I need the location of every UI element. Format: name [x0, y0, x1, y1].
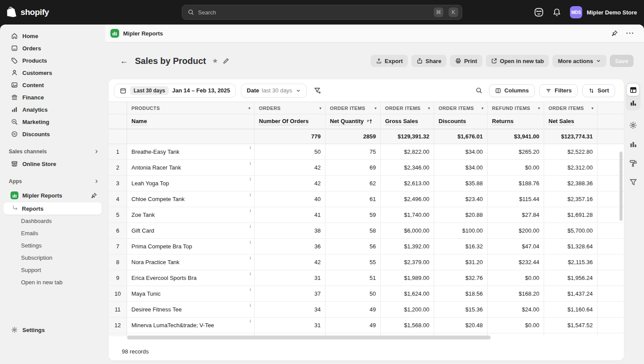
open-in-new-tab-button[interactable]: Open in new tab [486, 55, 549, 67]
info-icon[interactable]: i [250, 240, 251, 244]
vertical-scrollbar[interactable] [619, 152, 623, 221]
group-products[interactable]: PRODUCTS▾ [127, 102, 255, 114]
horizontal-scrollbar[interactable] [127, 336, 491, 339]
sidebar-item-orders[interactable]: Orders [4, 42, 102, 54]
add-filter-icon[interactable] [312, 85, 323, 96]
sidebar-item-home[interactable]: Home [4, 30, 102, 42]
filters-button[interactable]: Filters [539, 84, 578, 97]
table-view-icon[interactable] [627, 84, 639, 96]
product-name-cell[interactable]: Breathe-Easy Tanki [127, 144, 255, 159]
info-icon[interactable]: i [250, 255, 251, 260]
header-name[interactable]: Name [127, 114, 255, 129]
apps-section[interactable]: Apps [9, 176, 99, 187]
sidebar-subitem-settings[interactable]: Settings [4, 239, 102, 251]
product-name-cell[interactable]: Chloe Compete Tanki [127, 191, 255, 207]
edit-pencil-icon[interactable] [223, 57, 230, 64]
paint-roller-icon[interactable] [629, 159, 637, 167]
group-order-items-3[interactable]: ORDER ITEMS▾ [434, 102, 488, 114]
shopify-logo[interactable]: shopify [7, 7, 49, 18]
group-refund-items[interactable]: REFUND ITEMS▾ [488, 102, 544, 114]
header-returns[interactable]: Returns [488, 114, 544, 129]
group-order-items-2[interactable]: ORDER ITEMS▾ [381, 102, 434, 114]
group-order-items-1[interactable]: ORDER ITEMS▾ [326, 102, 381, 114]
date-dimension-dropdown[interactable]: Date last 30 days [241, 84, 307, 98]
header-net-quantity[interactable]: Net Quantity [326, 114, 381, 129]
product-name-cell[interactable]: Prima Compete Bra Topi [127, 239, 255, 254]
table-search-icon[interactable] [474, 85, 485, 96]
favorite-star-icon[interactable]: ★ [212, 57, 218, 65]
info-icon[interactable]: i [250, 224, 251, 229]
notifications-bell-icon[interactable] [552, 8, 561, 17]
sort-indicator-icon[interactable] [366, 118, 373, 125]
info-icon[interactable]: i [250, 318, 251, 323]
info-icon[interactable]: i [250, 303, 251, 307]
product-name-cell[interactable]: Antonia Racer Tanki [127, 160, 255, 175]
columns-button[interactable]: Columns [489, 84, 535, 97]
product-name-cell[interactable]: Maya Tunici [127, 286, 255, 301]
sidebar-subitem-support[interactable]: Support [4, 264, 102, 276]
save-button[interactable]: Save [610, 55, 633, 67]
product-name-cell[interactable]: Desiree Fitness Teei [127, 302, 255, 317]
info-icon[interactable]: i [250, 208, 251, 213]
pin-icon[interactable] [91, 192, 97, 199]
search-input[interactable]: Search ⌘ K [182, 5, 462, 20]
chart-settings-icon[interactable] [629, 140, 637, 148]
info-icon[interactable]: i [250, 271, 251, 276]
sidebar-item-online-store[interactable]: Online Store [4, 158, 102, 170]
pin-icon[interactable] [611, 30, 618, 37]
sidebar-item-customers[interactable]: Customers [4, 67, 102, 79]
filter-funnel-icon[interactable] [629, 178, 637, 186]
product-name-cell[interactable]: Erica Evercool Sports Brai [127, 270, 255, 286]
print-label: Print [464, 58, 477, 64]
info-icon[interactable]: i [250, 287, 251, 292]
sidebar-subitem-open-in-new-tab[interactable]: Open in new tab [4, 276, 102, 288]
header-number-of-orders[interactable]: Number Of Orders [255, 114, 326, 129]
back-arrow-icon[interactable]: ← [117, 55, 131, 67]
store-name: Mipler Demo Store [587, 9, 637, 16]
header-discounts[interactable]: Discounts [434, 114, 488, 129]
store-menu[interactable]: MDS Mipler Demo Store [570, 6, 637, 18]
sidebar-item-settings[interactable]: Settings [4, 324, 102, 336]
totals-name-cell [127, 129, 255, 144]
group-order-items-4[interactable]: ORDER ITEMS▾ [544, 102, 598, 114]
info-icon[interactable]: i [250, 145, 251, 150]
product-name-cell[interactable]: Leah Yoga Topi [127, 176, 255, 191]
product-name-cell[interactable]: Minerva LumaTech&trade; V-Teei [127, 318, 255, 333]
date-range-chip[interactable]: Last 30 days Jan 14 – Feb 13, 2025 [114, 84, 236, 98]
sidebar-item-content[interactable]: Content [4, 79, 102, 91]
row-number: 2 [109, 160, 127, 175]
sidebar-item-analytics[interactable]: Analytics [4, 103, 102, 116]
sidebar-subitem-subscription[interactable]: Subscription [4, 251, 102, 264]
cell-orders: 42 [255, 176, 326, 191]
more-actions-button[interactable]: More actions [552, 55, 606, 67]
sidebar-subitem-dashboards[interactable]: Dashboards [4, 215, 102, 227]
print-button[interactable]: Print [450, 55, 482, 67]
product-name-cell[interactable]: Zoe Tanki [127, 207, 255, 223]
sidebar-subitem-emails[interactable]: Emails [4, 227, 102, 239]
column-label: Number Of Orders [259, 118, 308, 125]
group-orders[interactable]: ORDERS▾ [255, 102, 326, 114]
export-button[interactable]: Export [371, 55, 408, 67]
share-button[interactable]: Share [411, 55, 446, 67]
sidebar-item-marketing[interactable]: Marketing [4, 116, 102, 128]
info-icon[interactable]: i [250, 177, 251, 181]
more-options-icon[interactable]: ··· [626, 29, 634, 37]
sidebar-item-products[interactable]: Products [4, 54, 102, 67]
product-name-cell[interactable]: Gift Cardi [127, 223, 255, 238]
chart-view-icon[interactable] [627, 97, 639, 109]
info-icon[interactable]: i [250, 192, 251, 197]
sort-button[interactable]: Sort [582, 84, 615, 97]
filter-bar: Last 30 days Jan 14 – Feb 13, 2025 Date … [109, 79, 624, 102]
sidebar-item-discounts[interactable]: Discounts [4, 128, 102, 140]
product-name-cell[interactable]: Nora Practice Tanki [127, 254, 255, 270]
home-icon [11, 32, 18, 40]
assistant-face-icon[interactable] [534, 7, 544, 17]
sidebar-subitem-reports[interactable]: Reports [4, 202, 102, 215]
sales-channels-section[interactable]: Sales channels [9, 146, 99, 157]
report-settings-gear-icon[interactable] [629, 121, 637, 130]
header-net-sales[interactable]: Net Sales [544, 114, 598, 129]
sidebar-item-mipler-reports[interactable]: Mipler Reports [4, 189, 102, 201]
header-gross-sales[interactable]: Gross Sales [381, 114, 434, 129]
sidebar-item-finance[interactable]: Finance [4, 91, 102, 103]
info-icon[interactable]: i [250, 161, 251, 166]
